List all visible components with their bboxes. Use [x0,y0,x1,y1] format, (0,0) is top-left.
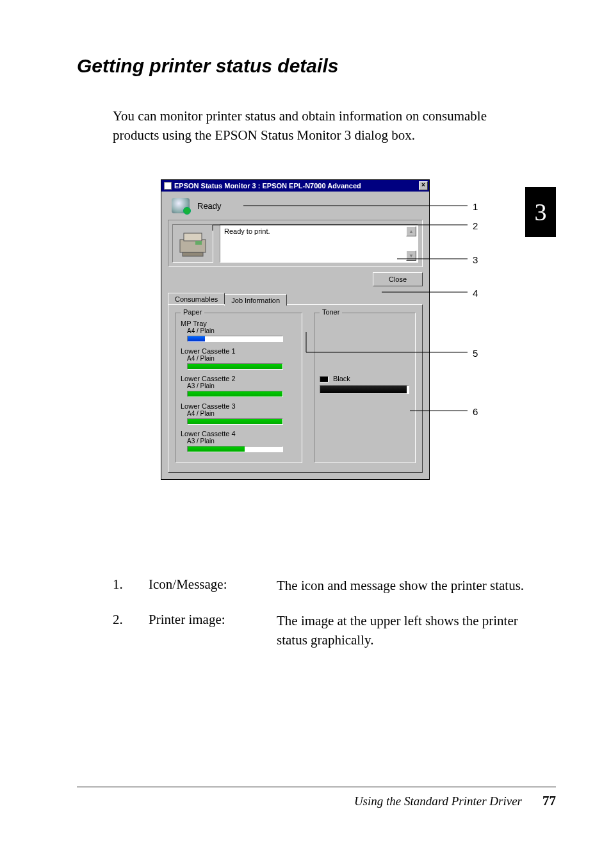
callout-1: 1 [473,201,478,212]
chapter-tab: 3 [525,187,556,237]
close-button[interactable]: Close [373,272,423,286]
definition-row: 1. Icon/Message: The icon and message sh… [113,577,535,595]
svg-rect-1 [184,233,202,241]
section-heading: Getting printer status details [77,55,538,77]
dialog-titlebar: EPSON Status Monitor 3 : EPSON EPL-N7000… [161,180,429,192]
svg-rect-3 [195,241,202,245]
tab-consumables[interactable]: Consumables [168,293,225,304]
paper-item: Lower Cassette 3 A4 / Plain [181,402,297,425]
paper-item: Lower Cassette 4 A3 / Plain [181,430,297,452]
app-icon [164,182,172,190]
printer-status-icon [172,198,190,213]
def-number: 1. [113,577,149,595]
paper-label: Lower Cassette 2 [181,375,297,382]
scroll-down-icon[interactable]: ▼ [406,250,416,261]
paper-item: Lower Cassette 1 A4 / Plain [181,347,297,370]
paper-label: MP Tray [181,320,297,327]
message-text: Ready to print. [224,227,270,235]
consumables-panel: Paper MP Tray A4 / Plain Lower Cassette … [168,304,423,473]
callout-2: 2 [473,220,478,231]
printer-image [172,224,213,263]
def-description: The icon and message show the printer st… [277,577,535,595]
toner-group: Toner Black [314,313,416,463]
paper-bar-fill [188,336,205,341]
paper-sub: A3 / Plain [181,438,297,445]
paper-item: Lower Cassette 2 A3 / Plain [181,375,297,397]
def-term: Icon/Message: [149,577,277,595]
paper-item: MP Tray A4 / Plain [181,320,297,342]
def-term: Printer image: [149,612,277,650]
status-monitor-dialog: EPSON Status Monitor 3 : EPSON EPL-N7000… [161,179,430,480]
status-text: Ready [197,201,222,211]
toner-group-title: Toner [320,308,343,316]
scroll-up-icon[interactable]: ▲ [406,226,416,236]
paper-label: Lower Cassette 3 [181,402,297,410]
close-icon[interactable]: × [419,181,428,190]
intro-paragraph: You can monitor printer status and obtai… [77,106,512,145]
paper-bar-fill [188,419,282,424]
footer-section: Using the Standard Printer Driver [354,794,522,808]
paper-sub: A3 / Plain [181,382,297,389]
def-number: 2. [113,612,149,650]
def-description: The image at the upper left shows the pr… [277,612,535,650]
paper-sub: A4 / Plain [181,410,297,417]
callout-3: 3 [473,254,478,265]
paper-label: Lower Cassette 1 [181,347,297,355]
toner-label: Black [320,375,410,382]
paper-sub: A4 / Plain [181,327,297,334]
callout-5: 5 [473,348,478,359]
tab-job-information[interactable]: Job Information [224,294,287,306]
callout-6: 6 [473,406,478,417]
paper-bar-fill [188,391,282,397]
toner-bar-fill [320,386,407,393]
page-number: 77 [542,793,556,809]
paper-label: Lower Cassette 4 [181,430,297,438]
definition-row: 2. Printer image: The image at the upper… [113,612,535,650]
paper-sub: A4 / Plain [181,355,297,362]
svg-rect-2 [183,252,203,256]
paper-group-title: Paper [181,308,204,316]
paper-group: Paper MP Tray A4 / Plain Lower Cassette … [175,313,302,463]
paper-bar-fill [188,364,282,369]
dialog-title: EPSON Status Monitor 3 : EPSON EPL-N7000… [174,182,361,190]
callout-4: 4 [473,288,478,299]
message-box: Ready to print. ▲ ▼ [220,224,418,263]
paper-bar-fill [188,446,245,452]
footer-rule [77,787,556,787]
